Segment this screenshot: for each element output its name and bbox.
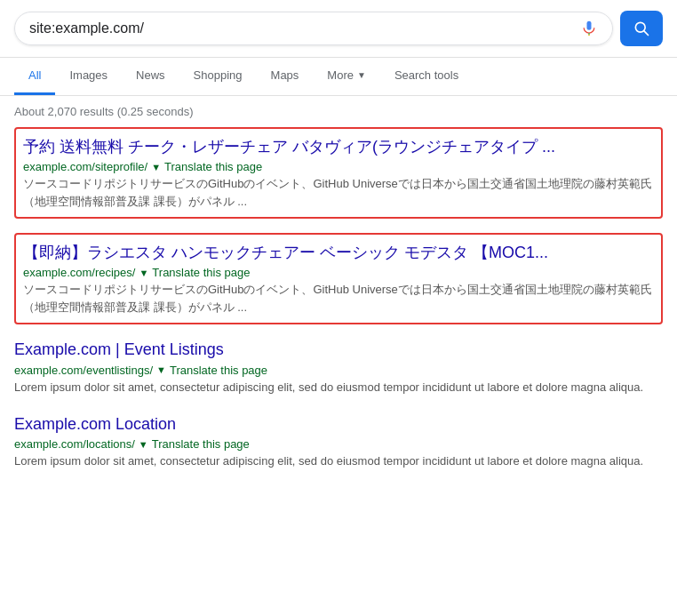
result-item: Example.com Location example.com/locatio…: [14, 413, 663, 470]
results-info: About 2,070 results (0.25 seconds): [0, 96, 677, 127]
tab-more[interactable]: More ▼: [313, 58, 380, 95]
results-count: About 2,070 results (0.25 seconds): [14, 105, 194, 118]
result-item: Example.com | Event Listings example.com…: [14, 339, 663, 396]
result-url: example.com/siteprofile/: [23, 160, 147, 173]
dropdown-arrow-icon[interactable]: ▼: [139, 439, 148, 450]
tab-all[interactable]: All: [14, 58, 55, 95]
search-input-wrapper: [14, 12, 613, 45]
result-item: 【即納】ラシエスタ ハンモックチェアー ベーシック モデスタ 【MOC1... …: [14, 233, 663, 324]
result-url: example.com/eventlistings/: [14, 364, 153, 377]
nav-tabs: All Images News Shopping Maps More ▼ Sea…: [0, 58, 677, 96]
result-snippet: ソースコードリポジトリサービスのGitHubのイベント、GitHub Unive…: [23, 175, 654, 210]
tab-news[interactable]: News: [122, 58, 179, 95]
translate-link[interactable]: Translate this page: [170, 364, 267, 377]
tab-images[interactable]: Images: [55, 58, 122, 95]
dropdown-arrow-icon[interactable]: ▼: [151, 162, 161, 172]
result-snippet: Lorem ipsum dolor sit amet, consectetur …: [14, 452, 663, 470]
tab-maps[interactable]: Maps: [257, 58, 314, 95]
results-container: 予約 送料無料 チーク・レザーチェア バタヴィア(ラウンジチェアタイプ ... …: [0, 127, 677, 470]
dropdown-arrow-icon[interactable]: ▼: [139, 268, 148, 278]
result-url-line: example.com/eventlistings/ ▼ Translate t…: [14, 364, 663, 377]
result-url-line: example.com/siteprofile/ ▼ Translate thi…: [23, 160, 654, 173]
tab-search-tools[interactable]: Search tools: [380, 58, 473, 95]
result-title[interactable]: Example.com Location: [14, 413, 663, 436]
result-title[interactable]: 予約 送料無料 チーク・レザーチェア バタヴィア(ラウンジチェアタイプ ...: [23, 136, 654, 158]
result-title[interactable]: 【即納】ラシエスタ ハンモックチェアー ベーシック モデスタ 【MOC1...: [23, 242, 654, 264]
result-url: example.com/locations/: [14, 437, 135, 451]
mic-icon[interactable]: [580, 20, 598, 37]
result-url-line: example.com/locations/ ▼ Translate this …: [14, 437, 663, 451]
result-snippet: ソースコードリポジトリサービスのGitHubのイベント、GitHub Unive…: [23, 281, 654, 316]
search-input[interactable]: [29, 20, 580, 36]
translate-link[interactable]: Translate this page: [152, 266, 250, 279]
dropdown-arrow-icon[interactable]: ▼: [156, 364, 166, 375]
result-snippet: Lorem ipsum dolor sit amet, consectetur …: [14, 379, 663, 396]
result-url: example.com/recipes/: [23, 266, 135, 279]
result-item: 予約 送料無料 チーク・レザーチェア バタヴィア(ラウンジチェアタイプ ... …: [14, 127, 663, 219]
chevron-down-icon: ▼: [357, 70, 366, 80]
result-url-line: example.com/recipes/ ▼ Translate this pa…: [23, 266, 654, 279]
search-bar: [0, 0, 677, 58]
translate-link[interactable]: Translate this page: [164, 160, 262, 173]
tab-shopping[interactable]: Shopping: [179, 58, 257, 95]
translate-link[interactable]: Translate this page: [152, 437, 250, 451]
search-icon: [633, 20, 650, 37]
search-button[interactable]: [620, 11, 663, 46]
result-title[interactable]: Example.com | Event Listings: [14, 339, 663, 361]
svg-point-0: [588, 35, 590, 36]
